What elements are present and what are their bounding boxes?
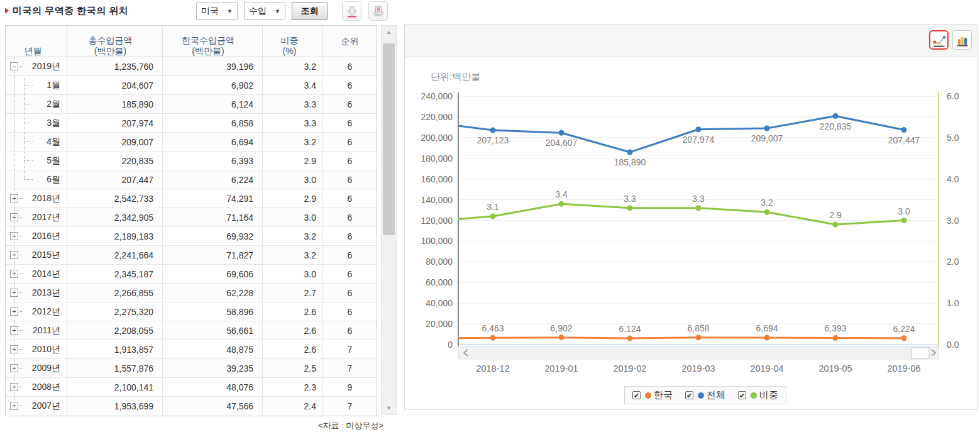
expand-toggle[interactable]: + [10, 213, 18, 221]
chevron-down-icon: ▼ [227, 8, 233, 14]
page-title: 미국의 무역중 한국의 위치 [5, 5, 129, 17]
scrollbar-thumb[interactable] [383, 43, 395, 235]
expand-toggle[interactable]: + [10, 307, 18, 316]
table-row[interactable]: +2016년2,189,18369,9323.26 [6, 227, 377, 246]
table-row[interactable]: –2019년1,235,76039,1963.26 [6, 57, 377, 76]
period-label: 2013년 [32, 287, 60, 299]
rank-cell: 6 [323, 95, 377, 113]
data-label: 3.2 [761, 197, 773, 208]
line-chart-icon [932, 33, 947, 48]
period-cell: +2010년 [6, 340, 67, 358]
period-label: 2012년 [32, 306, 60, 318]
share-cell: 2.9 [263, 152, 323, 170]
table-row[interactable]: +2009년1,557,87639,2352.57 [6, 359, 377, 378]
expand-toggle[interactable]: + [10, 232, 18, 240]
table-row[interactable]: 4월209,0076,6943.26 [6, 133, 377, 152]
table-row[interactable]: +2014년2,345,18769,6063.06 [6, 265, 377, 284]
table-row[interactable]: +2011년2,208,05556,6612.66 [6, 321, 377, 340]
period-label: 2016년 [32, 231, 60, 242]
table-row[interactable]: +2012년2,275,32058,8962.66 [6, 302, 377, 321]
share-cell: 3.0 [263, 265, 323, 283]
x-axis-tick: 2019-06 [887, 363, 920, 374]
tree-branch [24, 104, 33, 104]
legend-checkbox[interactable]: ✔ [738, 391, 746, 399]
right-axis-tick: 0.0 [947, 340, 959, 350]
data-label: 6,463 [482, 323, 504, 333]
scroll-up-button[interactable]: ▲ [382, 26, 396, 38]
table-row[interactable]: +2018년2,542,73374,2912.96 [6, 189, 377, 208]
total-amount-cell: 1,953,699 [67, 397, 163, 416]
search-button[interactable]: 조회 [292, 2, 328, 20]
period-label: 2009년 [32, 363, 60, 374]
table-row[interactable]: +2007년1,953,69947,5662.47 [6, 397, 377, 416]
korea-amount-cell: 6,694 [163, 133, 263, 151]
data-point [490, 128, 496, 133]
chart-scrollbar[interactable] [458, 346, 939, 359]
tree-branch [24, 85, 33, 86]
line-chart-toggle-button[interactable] [929, 30, 949, 50]
share-cell: 3.3 [263, 95, 323, 113]
expand-toggle[interactable]: + [10, 270, 18, 278]
expand-toggle[interactable]: + [10, 194, 18, 202]
line-chart[interactable]: 단위:백만불240,000220,000200,000180,000160,00… [405, 57, 977, 385]
expand-toggle[interactable]: + [10, 345, 18, 353]
collapse-toggle[interactable]: – [10, 62, 18, 70]
data-point [627, 205, 633, 211]
total-amount-cell: 2,100,141 [67, 378, 163, 396]
table-row[interactable]: +2017년2,342,90571,1643.06 [6, 208, 377, 227]
table-row[interactable]: 3월207,9746,8583.36 [6, 114, 377, 133]
table-row[interactable]: 2월185,8906,1243.36 [6, 95, 377, 114]
bar-chart-icon [955, 33, 970, 48]
rank-cell: 6 [323, 302, 377, 321]
table-row[interactable]: 5월220,8356,3932.96 [6, 152, 377, 170]
left-axis-tick: 220,000 [421, 112, 453, 122]
country-select[interactable]: 미국 ▼ [196, 3, 238, 19]
source-note: <자료 : 미상무성> [5, 420, 390, 431]
period-cell: +2017년 [6, 208, 67, 226]
download-button[interactable] [342, 1, 361, 21]
expand-toggle[interactable]: + [10, 383, 18, 391]
korea-amount-cell: 74,291 [163, 189, 263, 208]
tree-branch [24, 123, 33, 123]
rank-cell: 6 [323, 133, 377, 151]
korea-amount-cell: 39,196 [163, 57, 263, 75]
chart-toolbar [405, 25, 977, 57]
table-row[interactable]: +2015년2,241,66471,8273.26 [6, 246, 377, 265]
data-label: 204,607 [546, 138, 578, 148]
table-row[interactable]: +2013년2,266,85562,2282.76 [6, 284, 377, 302]
legend-checkbox[interactable]: ✔ [685, 391, 693, 399]
left-axis-tick: 140,000 [421, 195, 453, 205]
print-button[interactable] [368, 1, 388, 21]
scroll-down-button[interactable]: ▼ [382, 402, 396, 414]
total-amount-cell: 2,542,733 [67, 189, 163, 208]
total-amount-cell: 2,266,855 [67, 284, 163, 302]
expand-toggle[interactable]: + [10, 364, 18, 372]
total-amount-cell: 207,974 [67, 114, 163, 132]
column-header: 총수입금액(백만불) [67, 26, 163, 57]
total-amount-cell: 207,447 [67, 170, 163, 189]
trade-type-select[interactable]: 수입 ▼ [244, 3, 285, 19]
total-amount-cell: 2,208,055 [67, 321, 163, 340]
total-amount-cell: 2,345,187 [67, 265, 163, 283]
expand-toggle[interactable]: + [10, 402, 18, 410]
share-cell: 3.2 [263, 246, 323, 264]
table-scrollbar[interactable]: ▲ ▼ [381, 25, 397, 415]
share-cell: 3.2 [263, 227, 323, 245]
expand-toggle[interactable]: + [10, 251, 18, 259]
data-label: 6,393 [824, 323, 846, 333]
tree-branch [24, 141, 33, 142]
legend-item-한국: ✔한국 [632, 389, 673, 401]
data-label: 3.0 [898, 206, 910, 216]
table-row[interactable]: 1월204,6076,9023.46 [6, 76, 377, 95]
table-row[interactable]: +2008년2,100,14148,0762.39 [6, 378, 377, 397]
data-point [833, 335, 839, 341]
table-row[interactable]: +2010년1,913,85748,8752.67 [6, 340, 377, 359]
expand-toggle[interactable]: + [10, 326, 18, 335]
bar-chart-toggle-button[interactable] [952, 30, 972, 50]
table-row[interactable]: 6월207,4476,2243.06 [6, 170, 377, 189]
chart-panel: 단위:백만불240,000220,000200,000180,000160,00… [404, 24, 978, 410]
legend-checkbox[interactable]: ✔ [632, 391, 641, 399]
period-label: 2014년 [32, 269, 60, 280]
expand-toggle[interactable]: + [10, 289, 18, 297]
chart-scrollbar-thumb[interactable] [911, 348, 929, 358]
